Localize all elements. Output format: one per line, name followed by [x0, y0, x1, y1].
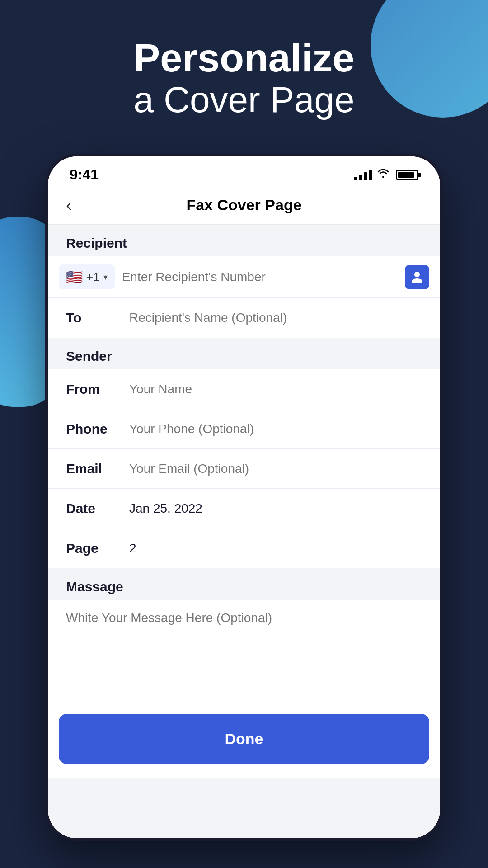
- recipient-section-label: Recipient: [48, 225, 440, 256]
- sender-phone-row[interactable]: Phone: [48, 409, 440, 449]
- header-line2: a Cover Page: [0, 80, 488, 120]
- contact-book-icon[interactable]: [405, 265, 429, 289]
- country-selector[interactable]: 🇺🇸 +1 ▾: [59, 264, 115, 289]
- phone-number-row[interactable]: 🇺🇸 +1 ▾: [48, 256, 440, 298]
- sender-email-label: Email: [66, 461, 129, 476]
- status-bar: 9:41: [48, 156, 440, 188]
- flag-emoji: 🇺🇸: [66, 269, 83, 285]
- sender-section-label: Sender: [48, 338, 440, 369]
- from-name-input[interactable]: [129, 382, 422, 396]
- signal-bars-icon: [354, 170, 372, 180]
- sender-phone-input[interactable]: [129, 422, 422, 436]
- recipient-name-input[interactable]: [129, 311, 422, 325]
- from-label: From: [66, 382, 129, 397]
- phone-number-input[interactable]: [122, 270, 405, 284]
- to-row[interactable]: To: [48, 298, 440, 338]
- message-card: [48, 600, 440, 705]
- status-time: 9:41: [70, 166, 99, 183]
- date-value: Jan 25, 2022: [129, 501, 202, 516]
- header-line1: Personalize: [0, 36, 488, 80]
- nav-title: Fax Cover Page: [89, 196, 399, 214]
- sender-card: From Phone Email Date Jan 25, 2022: [48, 369, 440, 568]
- sender-phone-label: Phone: [66, 421, 129, 437]
- date-label: Date: [66, 501, 129, 516]
- done-button[interactable]: Done: [59, 714, 429, 764]
- phone-inner: 9:41: [48, 156, 440, 838]
- scroll-content: Recipient 🇺🇸 +1 ▾: [48, 225, 440, 838]
- to-label: To: [66, 310, 129, 326]
- message-input[interactable]: [66, 611, 422, 692]
- page-value: 2: [129, 541, 136, 556]
- page-label: Page: [66, 541, 129, 556]
- phone-mockup: 9:41: [45, 154, 443, 841]
- back-button[interactable]: ‹: [66, 195, 89, 215]
- chevron-down-icon: ▾: [103, 272, 108, 282]
- page-row: Page 2: [48, 528, 440, 568]
- date-row: Date Jan 25, 2022: [48, 489, 440, 528]
- contact-icon-svg: [410, 270, 424, 284]
- country-code: +1: [86, 270, 100, 284]
- message-textarea-container[interactable]: [48, 600, 440, 705]
- recipient-card: 🇺🇸 +1 ▾ To: [48, 256, 440, 338]
- nav-bar: ‹ Fax Cover Page: [48, 188, 440, 225]
- page-header: Personalize a Cover Page: [0, 36, 488, 120]
- wifi-icon: [377, 168, 389, 182]
- status-icons: [354, 168, 418, 182]
- sender-email-row[interactable]: Email: [48, 449, 440, 489]
- from-row[interactable]: From: [48, 369, 440, 409]
- message-section-label: Massage: [48, 568, 440, 600]
- done-button-container: Done: [48, 705, 440, 778]
- battery-icon: [396, 170, 418, 180]
- sender-email-input[interactable]: [129, 462, 422, 476]
